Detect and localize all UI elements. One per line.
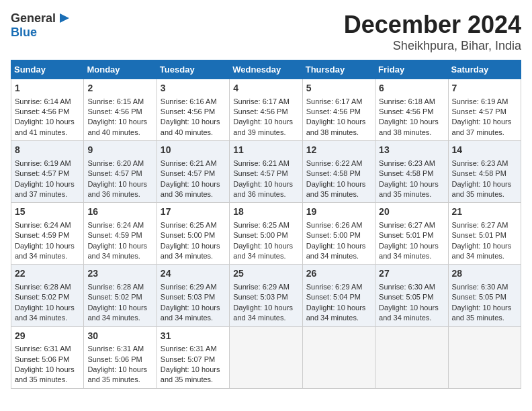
day-info-line: Sunset: 5:04 PM (306, 292, 371, 302)
calendar-week-row: 22Sunrise: 6:28 AMSunset: 5:02 PMDayligh… (11, 265, 521, 326)
page-header: General Blue December 2024 Sheikhpura, B… (11, 11, 521, 53)
logo-general-text: General (11, 11, 56, 26)
calendar-cell: 3Sunrise: 6:16 AMSunset: 4:56 PMDaylight… (157, 79, 229, 141)
day-info-line: Sunset: 4:56 PM (161, 107, 226, 117)
day-info-line: Sunset: 5:02 PM (87, 292, 152, 302)
day-info-line: Sunrise: 6:28 AM (15, 282, 80, 292)
calendar-cell: 12Sunrise: 6:22 AMSunset: 4:58 PMDayligh… (302, 141, 375, 203)
day-number: 5 (306, 82, 371, 95)
day-number: 11 (233, 144, 298, 157)
day-info-line: Daylight: 10 hours (87, 365, 152, 375)
calendar-day-header: Sunday (11, 60, 84, 79)
day-info-line: Daylight: 10 hours (161, 241, 226, 251)
day-info-line: and 34 minutes. (87, 313, 152, 323)
day-info-line: Sunset: 5:05 PM (379, 292, 444, 302)
day-info-line: Daylight: 10 hours (233, 241, 298, 251)
calendar-week-row: 15Sunrise: 6:24 AMSunset: 4:59 PMDayligh… (11, 203, 521, 265)
day-info-line: and 38 minutes. (379, 128, 444, 138)
day-info-line: Daylight: 10 hours (233, 117, 298, 127)
day-info-line: and 35 minutes. (379, 189, 444, 199)
day-number: 2 (87, 82, 152, 95)
day-info-line: Sunrise: 6:25 AM (161, 220, 226, 230)
day-info-line: Sunset: 4:56 PM (15, 107, 80, 117)
calendar-week-row: 29Sunrise: 6:31 AMSunset: 5:06 PMDayligh… (11, 326, 521, 388)
day-number: 6 (379, 82, 444, 95)
day-info-line: Sunset: 4:57 PM (161, 169, 226, 179)
calendar-cell: 24Sunrise: 6:29 AMSunset: 5:03 PMDayligh… (157, 265, 229, 326)
day-number: 8 (15, 144, 80, 157)
day-info-line: and 34 minutes. (379, 251, 444, 261)
day-info-line: Sunset: 4:57 PM (87, 169, 152, 179)
calendar-cell (375, 326, 448, 388)
day-info-line: and 34 minutes. (379, 313, 444, 323)
day-info-line: Daylight: 10 hours (87, 303, 152, 313)
calendar-cell: 1Sunrise: 6:14 AMSunset: 4:56 PMDaylight… (11, 79, 84, 141)
day-info-line: and 38 minutes. (306, 128, 371, 138)
day-number: 29 (15, 330, 80, 343)
day-info-line: Sunrise: 6:20 AM (87, 158, 152, 169)
day-info-line: Daylight: 10 hours (161, 303, 226, 313)
day-info-line: Sunset: 4:58 PM (379, 169, 444, 179)
day-info-line: Daylight: 10 hours (379, 117, 444, 127)
calendar-cell: 16Sunrise: 6:24 AMSunset: 4:59 PMDayligh… (84, 203, 157, 265)
day-info-line: and 35 minutes. (15, 375, 80, 385)
day-info-line: Sunrise: 6:19 AM (452, 97, 517, 107)
calendar-cell: 6Sunrise: 6:18 AMSunset: 4:56 PMDaylight… (375, 79, 448, 141)
calendar-cell: 21Sunrise: 6:27 AMSunset: 5:01 PMDayligh… (448, 203, 521, 265)
day-info-line: Daylight: 10 hours (15, 241, 80, 251)
logo-blue-text: Blue (11, 26, 37, 39)
day-info-line: Sunset: 5:05 PM (452, 292, 517, 302)
day-info-line: and 37 minutes. (452, 128, 517, 138)
day-info-line: and 34 minutes. (306, 313, 371, 323)
day-info-line: Sunrise: 6:31 AM (15, 344, 80, 354)
day-info-line: Sunrise: 6:31 AM (161, 344, 226, 354)
day-info-line: and 34 minutes. (452, 251, 517, 261)
calendar-cell: 18Sunrise: 6:25 AMSunset: 5:00 PMDayligh… (230, 203, 302, 265)
day-info-line: Sunrise: 6:21 AM (233, 158, 298, 169)
calendar-cell: 17Sunrise: 6:25 AMSunset: 5:00 PMDayligh… (157, 203, 229, 265)
day-info-line: Daylight: 10 hours (161, 179, 226, 189)
day-number: 28 (452, 267, 517, 281)
calendar-cell: 29Sunrise: 6:31 AMSunset: 5:06 PMDayligh… (11, 326, 84, 388)
logo-arrow-icon (57, 11, 72, 26)
day-info-line: and 34 minutes. (15, 251, 80, 261)
day-info-line: Sunrise: 6:17 AM (306, 97, 371, 107)
day-info-line: Sunrise: 6:24 AM (87, 220, 152, 230)
calendar-cell: 19Sunrise: 6:26 AMSunset: 5:00 PMDayligh… (302, 203, 375, 265)
day-number: 9 (87, 144, 152, 157)
day-number: 31 (161, 330, 226, 343)
subtitle: Sheikhpura, Bihar, India (344, 39, 521, 53)
day-info-line: Daylight: 10 hours (87, 117, 152, 127)
day-info-line: Daylight: 10 hours (306, 117, 371, 127)
day-info-line: Daylight: 10 hours (452, 303, 517, 313)
day-number: 22 (15, 267, 80, 281)
calendar-cell: 27Sunrise: 6:30 AMSunset: 5:05 PMDayligh… (375, 265, 448, 326)
day-info-line: Sunset: 4:59 PM (15, 230, 80, 240)
day-number: 7 (452, 82, 517, 95)
calendar-cell: 26Sunrise: 6:29 AMSunset: 5:04 PMDayligh… (302, 265, 375, 326)
day-number: 21 (452, 205, 517, 219)
calendar-cell: 31Sunrise: 6:31 AMSunset: 5:07 PMDayligh… (157, 326, 229, 388)
day-info-line: Daylight: 10 hours (379, 179, 444, 189)
day-number: 16 (87, 205, 152, 219)
day-info-line: Daylight: 10 hours (306, 241, 371, 251)
day-info-line: Daylight: 10 hours (233, 179, 298, 189)
day-info-line: Sunrise: 6:26 AM (306, 220, 371, 230)
day-info-line: Sunset: 4:56 PM (306, 107, 371, 117)
day-info-line: Sunset: 5:02 PM (15, 292, 80, 302)
day-info-line: Sunset: 5:00 PM (306, 230, 371, 240)
calendar-cell: 10Sunrise: 6:21 AMSunset: 4:57 PMDayligh… (157, 141, 229, 203)
day-info-line: Sunset: 4:59 PM (87, 230, 152, 240)
day-info-line: Daylight: 10 hours (233, 303, 298, 313)
day-info-line: Sunrise: 6:16 AM (161, 97, 226, 107)
day-info-line: Sunrise: 6:28 AM (87, 282, 152, 292)
day-info-line: and 34 minutes. (306, 251, 371, 261)
day-number: 10 (161, 144, 226, 157)
day-info-line: Sunrise: 6:23 AM (379, 158, 444, 169)
day-info-line: Daylight: 10 hours (87, 241, 152, 251)
calendar-cell: 13Sunrise: 6:23 AMSunset: 4:58 PMDayligh… (375, 141, 448, 203)
day-info-line: Sunset: 4:56 PM (233, 107, 298, 117)
day-info-line: and 40 minutes. (161, 128, 226, 138)
day-info-line: and 34 minutes. (161, 251, 226, 261)
day-info-line: and 37 minutes. (15, 189, 80, 199)
